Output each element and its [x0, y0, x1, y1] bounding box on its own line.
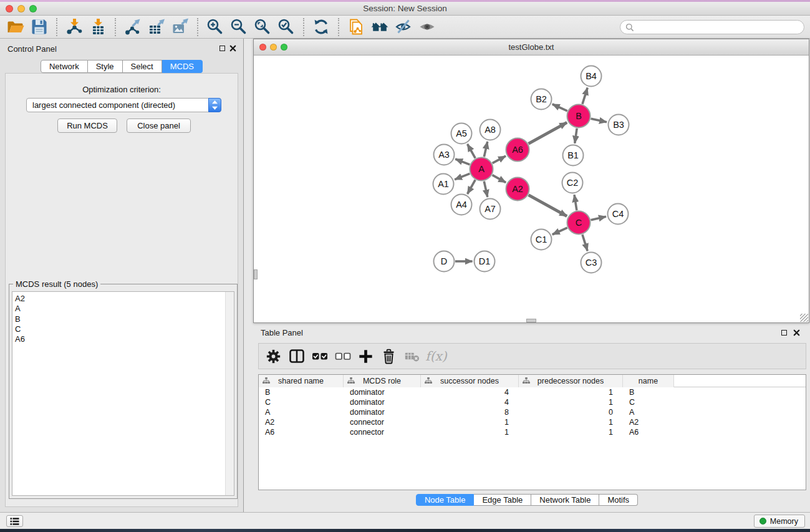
table-cell[interactable]: A: [623, 407, 674, 417]
home-button[interactable]: [368, 17, 392, 37]
function-builder-button[interactable]: f(x): [423, 345, 446, 367]
refresh-button[interactable]: [309, 17, 333, 37]
add-column-button[interactable]: [354, 345, 377, 367]
table-cell[interactable]: 1: [519, 417, 623, 427]
memory-button[interactable]: Memory: [754, 515, 805, 528]
delete-column-button[interactable]: [377, 345, 400, 367]
table-cell[interactable]: 1: [421, 427, 519, 437]
edge-C-C4[interactable]: [591, 216, 606, 220]
edge-C-C1[interactable]: [552, 228, 567, 235]
table-row[interactable]: Bdominator41B: [259, 387, 806, 397]
edge-A-A1[interactable]: [455, 173, 470, 180]
tab-network[interactable]: Network: [41, 60, 88, 73]
edge-C-C2[interactable]: [574, 195, 577, 210]
table-cell[interactable]: 1: [519, 427, 623, 437]
table-cell[interactable]: A: [259, 407, 344, 417]
open-button[interactable]: [4, 17, 27, 37]
node-A3[interactable]: A3: [434, 145, 455, 165]
node-D[interactable]: D: [434, 251, 455, 272]
export-network-button[interactable]: [121, 17, 145, 37]
window-minimize-button[interactable]: [17, 5, 25, 12]
result-item[interactable]: C: [15, 324, 224, 334]
result-scrollbar[interactable]: [225, 292, 234, 495]
edge-C-C3[interactable]: [582, 235, 587, 251]
node-D1[interactable]: D1: [475, 251, 495, 272]
export-image-button[interactable]: [168, 17, 192, 37]
table-cell[interactable]: 1: [519, 397, 623, 407]
delete-table-button[interactable]: [400, 345, 423, 367]
node-B4[interactable]: B4: [581, 66, 602, 87]
node-B1[interactable]: B1: [563, 145, 584, 166]
result-item[interactable]: B: [15, 314, 224, 324]
edge-B-B2[interactable]: [552, 104, 567, 111]
table-cell[interactable]: A2: [259, 417, 344, 427]
edge-B-B3[interactable]: [591, 118, 607, 122]
zoom-in-button[interactable]: [203, 17, 227, 37]
tab-edge-table[interactable]: Edge Table: [474, 494, 531, 506]
table-cell[interactable]: A6: [259, 427, 344, 437]
node-C3[interactable]: C3: [581, 253, 602, 273]
network-from-document-button[interactable]: [344, 17, 368, 37]
table-cell[interactable]: C: [259, 397, 344, 407]
table-cell[interactable]: A6: [623, 427, 674, 437]
table-row[interactable]: Cdominator41C: [259, 397, 806, 407]
table-cell[interactable]: dominator: [344, 387, 421, 397]
window-zoom-button[interactable]: [29, 5, 37, 12]
tab-style[interactable]: Style: [88, 60, 123, 73]
tab-mcds[interactable]: MCDS: [162, 60, 203, 73]
window-close-button[interactable]: [6, 5, 13, 12]
table-cell[interactable]: 0: [519, 407, 623, 417]
edge-B-B4[interactable]: [582, 88, 587, 104]
edge-A-A6[interactable]: [493, 156, 506, 163]
close-panel-icon[interactable]: [793, 329, 800, 336]
table-row[interactable]: A2connector11A2: [259, 417, 806, 427]
edge-A-A5[interactable]: [468, 144, 476, 158]
column-header-name[interactable]: name: [623, 375, 674, 387]
edge-A-A3[interactable]: [455, 159, 470, 165]
table-cell[interactable]: B: [623, 387, 674, 397]
network-close-button[interactable]: [259, 44, 266, 51]
network-minimize-button[interactable]: [270, 44, 277, 51]
tab-network-table[interactable]: Network Table: [531, 494, 599, 506]
column-header-MCDS-role[interactable]: MCDS role: [344, 375, 421, 387]
node-B2[interactable]: B2: [531, 89, 552, 110]
node-A[interactable]: A: [470, 158, 493, 181]
edge-A-A8[interactable]: [484, 142, 487, 157]
node-C[interactable]: C: [567, 211, 591, 235]
table-settings-button[interactable]: [262, 345, 285, 367]
table-cell[interactable]: connector: [344, 427, 421, 437]
table-cell[interactable]: C: [623, 397, 674, 407]
node-A4[interactable]: A4: [451, 195, 472, 215]
show-panels-button[interactable]: [6, 515, 23, 527]
node-C1[interactable]: C1: [531, 230, 552, 250]
column-header-shared-name[interactable]: shared name: [259, 375, 344, 387]
tab-select[interactable]: Select: [123, 60, 162, 73]
close-panel-button[interactable]: Close panel: [127, 118, 191, 133]
tab-motifs[interactable]: Motifs: [599, 494, 638, 506]
node-A6[interactable]: A6: [506, 138, 529, 162]
float-panel-icon[interactable]: [781, 330, 787, 336]
network-window-titlebar[interactable]: testGlobe.txt: [254, 39, 809, 56]
node-B3[interactable]: B3: [609, 115, 629, 135]
table-cell[interactable]: dominator: [344, 407, 421, 417]
table-cell[interactable]: A2: [623, 417, 674, 427]
node-A1[interactable]: A1: [433, 174, 454, 195]
import-network-button[interactable]: [62, 17, 86, 37]
edge-A2-C[interactable]: [529, 195, 567, 216]
deselect-all-button[interactable]: [331, 345, 354, 367]
network-canvas[interactable]: B4B2BB3A5A8A6B1A3AC2A1A2A4A7C4CC1C3DD1: [254, 56, 809, 322]
select-stepper-icon[interactable]: [208, 98, 221, 112]
table-cell[interactable]: dominator: [344, 397, 421, 407]
table-cell[interactable]: B: [259, 387, 344, 397]
zoom-out-button[interactable]: [227, 17, 251, 37]
edge-A-A4[interactable]: [468, 180, 476, 194]
tab-node-table[interactable]: Node Table: [416, 494, 475, 506]
horizontal-scroll-nub[interactable]: [526, 319, 536, 322]
resize-grip-icon[interactable]: [800, 314, 808, 322]
zoom-selected-button[interactable]: [274, 17, 298, 37]
node-C4[interactable]: C4: [608, 204, 629, 225]
column-header-successor-nodes[interactable]: successor nodes: [421, 375, 519, 387]
result-item[interactable]: A6: [15, 334, 224, 344]
export-table-button[interactable]: [145, 17, 168, 37]
edge-A-A2[interactable]: [493, 175, 506, 183]
